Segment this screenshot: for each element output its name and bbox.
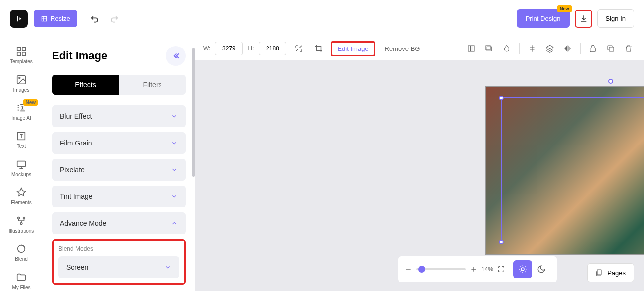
trash-icon[interactable] <box>621 41 636 56</box>
new-badge: New <box>557 5 572 12</box>
side-panel: Edit Image Effects Filters Blur Effect F… <box>43 37 195 291</box>
svg-point-18 <box>521 268 524 271</box>
selection-box[interactable] <box>501 97 644 242</box>
zoom-percentage: 14% <box>482 266 493 273</box>
rotate-handle[interactable] <box>608 79 613 84</box>
accordion-pixelate[interactable]: Pixelate <box>52 159 186 181</box>
panel-scrollbar[interactable] <box>192 48 195 177</box>
sidebar-imageai[interactable]: NewImage AI <box>0 97 43 126</box>
svg-point-6 <box>19 77 20 79</box>
expand-icon[interactable] <box>291 41 306 56</box>
svg-rect-1 <box>17 48 20 50</box>
accordion-grain[interactable]: Film Grain <box>52 132 186 154</box>
sidebar-images[interactable]: Images <box>0 69 43 97</box>
dark-theme-button[interactable] <box>532 260 551 278</box>
flip-icon[interactable] <box>560 41 575 56</box>
panel-title: Edit Image <box>52 49 107 62</box>
svg-rect-17 <box>609 47 614 51</box>
crop-icon[interactable] <box>311 41 326 56</box>
tab-filters[interactable]: Filters <box>119 75 186 95</box>
width-input[interactable] <box>215 42 243 55</box>
layers-icon[interactable] <box>542 41 557 56</box>
svg-rect-4 <box>22 52 25 55</box>
signin-button[interactable]: Sign In <box>597 9 634 28</box>
sidebar-text[interactable]: Text <box>0 126 43 154</box>
svg-rect-2 <box>22 48 25 50</box>
canvas-area: W: H: Edit Image Remove BG <box>195 37 644 291</box>
svg-rect-14 <box>487 47 491 51</box>
edit-image-button[interactable]: Edit Image <box>331 41 375 56</box>
zoom-in-icon[interactable] <box>470 265 478 273</box>
remove-bg-button[interactable]: Remove BG <box>380 42 425 55</box>
sidebar-templates[interactable]: Templates <box>0 41 43 69</box>
grid-icon[interactable] <box>464 41 479 56</box>
height-input[interactable] <box>259 42 286 55</box>
sidebar-illustrations[interactable]: Illustrations <box>0 210 43 239</box>
lock-icon[interactable] <box>586 41 600 56</box>
blend-mode-select[interactable]: Screen <box>58 256 179 278</box>
svg-rect-3 <box>17 52 20 55</box>
svg-rect-8 <box>17 161 26 167</box>
blend-modes-section: Blend Modes Screen <box>52 239 186 285</box>
redo-icon[interactable] <box>109 14 119 24</box>
svg-rect-0 <box>42 16 46 21</box>
resize-button[interactable]: Resize <box>34 10 77 27</box>
collapse-panel-button[interactable] <box>166 46 186 66</box>
sidebar-mockups[interactable]: Mockups <box>0 154 43 182</box>
copy-layer-icon[interactable] <box>482 41 496 56</box>
zoom-slider[interactable] <box>416 268 466 270</box>
app-logo[interactable] <box>10 10 28 28</box>
droplet-icon[interactable] <box>499 41 514 56</box>
svg-point-11 <box>20 223 22 225</box>
download-button[interactable] <box>575 10 592 28</box>
tab-effects[interactable]: Effects <box>52 75 119 95</box>
light-theme-button[interactable] <box>513 260 532 278</box>
accordion-advance[interactable]: Advance Mode <box>52 212 186 234</box>
height-label: H: <box>248 45 254 52</box>
duplicate-icon[interactable] <box>603 41 618 56</box>
print-design-button[interactable]: Print DesignNew <box>517 9 570 28</box>
accordion-tint[interactable]: Tint Image <box>52 186 186 207</box>
svg-point-9 <box>18 217 20 219</box>
resize-handle-tl[interactable] <box>499 96 504 100</box>
resize-handle-bl[interactable] <box>499 240 504 244</box>
svg-rect-19 <box>597 270 601 275</box>
svg-rect-13 <box>468 46 474 51</box>
width-label: W: <box>203 45 210 52</box>
iconbar: Templates Images NewImage AI Text Mockup… <box>0 37 43 291</box>
sidebar-blend[interactable]: Blend <box>0 239 43 267</box>
svg-point-10 <box>23 217 25 219</box>
svg-rect-16 <box>590 48 596 52</box>
zoom-out-icon[interactable] <box>404 265 412 273</box>
sidebar-elements[interactable]: Elements <box>0 182 43 210</box>
svg-rect-15 <box>486 46 490 50</box>
pages-button[interactable]: Pages <box>587 263 634 282</box>
align-icon[interactable] <box>525 41 539 56</box>
undo-icon[interactable] <box>90 14 100 24</box>
sidebar-myfiles[interactable]: My Files <box>0 267 43 291</box>
accordion-blur[interactable]: Blur Effect <box>52 105 186 127</box>
blend-modes-label: Blend Modes <box>58 245 179 252</box>
fullscreen-icon[interactable] <box>497 265 505 273</box>
